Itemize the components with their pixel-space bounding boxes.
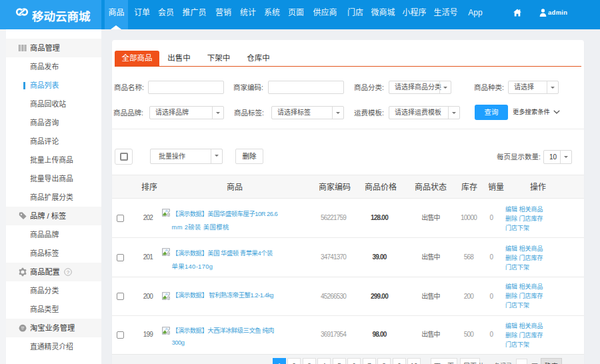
svg-text:?: ? xyxy=(67,269,70,275)
